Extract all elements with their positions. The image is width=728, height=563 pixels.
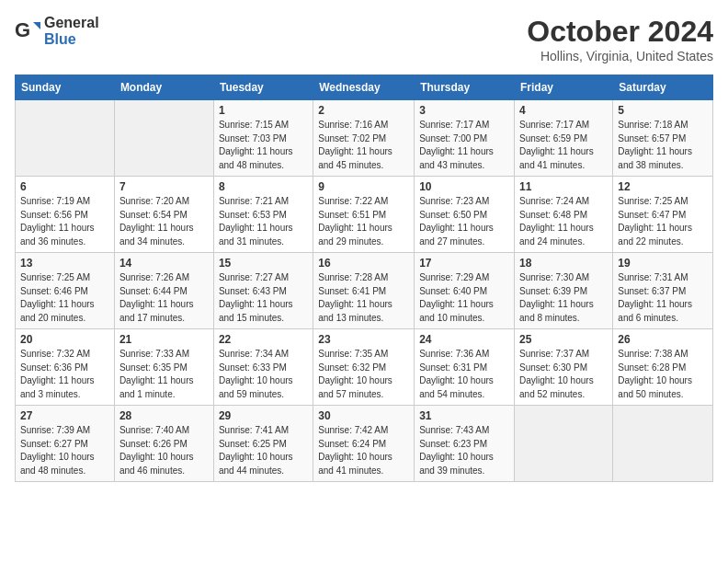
- calendar-cell: 6Sunrise: 7:19 AMSunset: 6:56 PMDaylight…: [16, 177, 115, 253]
- day-number: 31: [419, 409, 509, 422]
- day-info: Sunrise: 7:27 AMSunset: 6:43 PMDaylight:…: [219, 271, 308, 325]
- calendar-title: October 2024: [527, 15, 713, 49]
- day-info: Sunrise: 7:39 AMSunset: 6:27 PMDaylight:…: [20, 424, 109, 477]
- calendar-cell: 29Sunrise: 7:41 AMSunset: 6:25 PMDayligh…: [213, 406, 313, 482]
- weekday-header-thursday: Thursday: [415, 75, 515, 100]
- day-number: 21: [119, 333, 209, 346]
- logo-general: General: [44, 15, 99, 30]
- calendar-cell: 20Sunrise: 7:32 AMSunset: 6:36 PMDayligh…: [16, 329, 115, 406]
- day-number: 9: [318, 180, 409, 193]
- calendar-cell: 7Sunrise: 7:20 AMSunset: 6:54 PMDaylight…: [114, 177, 213, 253]
- day-info: Sunrise: 7:36 AMSunset: 6:31 PMDaylight:…: [419, 348, 509, 401]
- calendar-cell: 14Sunrise: 7:26 AMSunset: 6:44 PMDayligh…: [114, 253, 213, 329]
- day-number: 14: [119, 257, 209, 270]
- day-number: 13: [20, 257, 109, 270]
- svg-marker-1: [33, 22, 40, 29]
- day-number: 23: [318, 333, 409, 346]
- weekday-header-tuesday: Tuesday: [213, 75, 313, 100]
- day-number: 22: [219, 333, 308, 346]
- calendar-cell: 1Sunrise: 7:15 AMSunset: 7:03 PMDaylight…: [213, 100, 313, 177]
- logo-text: General Blue: [44, 15, 99, 48]
- day-number: 18: [519, 257, 608, 270]
- calendar-cell: 17Sunrise: 7:29 AMSunset: 6:40 PMDayligh…: [415, 253, 515, 329]
- calendar-cell: 30Sunrise: 7:42 AMSunset: 6:24 PMDayligh…: [313, 406, 415, 482]
- day-number: 15: [219, 257, 308, 270]
- day-info: Sunrise: 7:34 AMSunset: 6:33 PMDaylight:…: [219, 348, 308, 401]
- calendar-cell: 10Sunrise: 7:23 AMSunset: 6:50 PMDayligh…: [415, 177, 515, 253]
- calendar-cell: 31Sunrise: 7:43 AMSunset: 6:23 PMDayligh…: [415, 406, 515, 482]
- weekday-header-monday: Monday: [114, 75, 213, 100]
- day-info: Sunrise: 7:42 AMSunset: 6:24 PMDaylight:…: [318, 424, 409, 477]
- day-number: 17: [419, 257, 509, 270]
- day-number: 24: [419, 333, 509, 346]
- day-info: Sunrise: 7:17 AMSunset: 6:59 PMDaylight:…: [519, 119, 608, 172]
- calendar-cell: 27Sunrise: 7:39 AMSunset: 6:27 PMDayligh…: [16, 406, 115, 482]
- calendar-week-row: 27Sunrise: 7:39 AMSunset: 6:27 PMDayligh…: [16, 406, 713, 482]
- day-info: Sunrise: 7:25 AMSunset: 6:46 PMDaylight:…: [20, 271, 109, 325]
- day-info: Sunrise: 7:25 AMSunset: 6:47 PMDaylight:…: [618, 195, 708, 248]
- day-info: Sunrise: 7:15 AMSunset: 7:03 PMDaylight:…: [219, 119, 308, 172]
- page-header: G General Blue October 2024 Hollins, Vir…: [15, 15, 713, 63]
- calendar-cell: 16Sunrise: 7:28 AMSunset: 6:41 PMDayligh…: [313, 253, 415, 329]
- calendar-week-row: 1Sunrise: 7:15 AMSunset: 7:03 PMDaylight…: [16, 100, 713, 177]
- day-info: Sunrise: 7:16 AMSunset: 7:02 PMDaylight:…: [318, 119, 409, 172]
- day-number: 19: [618, 257, 708, 270]
- day-number: 28: [119, 409, 209, 422]
- calendar-cell: 15Sunrise: 7:27 AMSunset: 6:43 PMDayligh…: [213, 253, 313, 329]
- day-info: Sunrise: 7:19 AMSunset: 6:56 PMDaylight:…: [20, 195, 109, 248]
- calendar-week-row: 6Sunrise: 7:19 AMSunset: 6:56 PMDaylight…: [16, 177, 713, 253]
- day-number: 6: [20, 180, 109, 193]
- calendar-body: 1Sunrise: 7:15 AMSunset: 7:03 PMDaylight…: [16, 100, 713, 482]
- day-number: 10: [419, 180, 509, 193]
- calendar-cell: [16, 100, 115, 177]
- day-number: 11: [519, 180, 608, 193]
- day-info: Sunrise: 7:26 AMSunset: 6:44 PMDaylight:…: [119, 271, 209, 325]
- day-number: 26: [618, 333, 708, 346]
- day-number: 7: [119, 180, 209, 193]
- day-info: Sunrise: 7:22 AMSunset: 6:51 PMDaylight:…: [318, 195, 409, 248]
- svg-text:G: G: [15, 18, 30, 41]
- calendar-header: SundayMondayTuesdayWednesdayThursdayFrid…: [16, 75, 713, 100]
- calendar-cell: 21Sunrise: 7:33 AMSunset: 6:35 PMDayligh…: [114, 329, 213, 406]
- day-number: 12: [618, 180, 708, 193]
- day-number: 27: [20, 409, 109, 422]
- day-info: Sunrise: 7:37 AMSunset: 6:30 PMDaylight:…: [519, 348, 608, 401]
- day-info: Sunrise: 7:38 AMSunset: 6:28 PMDaylight:…: [618, 348, 708, 401]
- day-number: 29: [219, 409, 308, 422]
- day-number: 4: [519, 104, 608, 117]
- weekday-header-row: SundayMondayTuesdayWednesdayThursdayFrid…: [16, 75, 713, 100]
- calendar-week-row: 13Sunrise: 7:25 AMSunset: 6:46 PMDayligh…: [16, 253, 713, 329]
- day-info: Sunrise: 7:30 AMSunset: 6:39 PMDaylight:…: [519, 271, 608, 325]
- weekday-header-wednesday: Wednesday: [313, 75, 415, 100]
- day-info: Sunrise: 7:32 AMSunset: 6:36 PMDaylight:…: [20, 348, 109, 401]
- day-info: Sunrise: 7:20 AMSunset: 6:54 PMDaylight:…: [119, 195, 209, 248]
- day-info: Sunrise: 7:33 AMSunset: 6:35 PMDaylight:…: [119, 348, 209, 401]
- day-number: 25: [519, 333, 608, 346]
- day-number: 8: [219, 180, 308, 193]
- logo: G General Blue: [15, 15, 99, 48]
- day-info: Sunrise: 7:23 AMSunset: 6:50 PMDaylight:…: [419, 195, 509, 248]
- calendar-cell: [613, 406, 713, 482]
- calendar-cell: 23Sunrise: 7:35 AMSunset: 6:32 PMDayligh…: [313, 329, 415, 406]
- day-number: 16: [318, 257, 409, 270]
- calendar-cell: 22Sunrise: 7:34 AMSunset: 6:33 PMDayligh…: [213, 329, 313, 406]
- day-info: Sunrise: 7:28 AMSunset: 6:41 PMDaylight:…: [318, 271, 409, 325]
- calendar-cell: 24Sunrise: 7:36 AMSunset: 6:31 PMDayligh…: [415, 329, 515, 406]
- calendar-cell: 9Sunrise: 7:22 AMSunset: 6:51 PMDaylight…: [313, 177, 415, 253]
- weekday-header-friday: Friday: [515, 75, 613, 100]
- day-number: 5: [618, 104, 708, 117]
- calendar-table: SundayMondayTuesdayWednesdayThursdayFrid…: [15, 75, 713, 482]
- day-number: 1: [219, 104, 308, 117]
- calendar-cell: 2Sunrise: 7:16 AMSunset: 7:02 PMDaylight…: [313, 100, 415, 177]
- day-info: Sunrise: 7:24 AMSunset: 6:48 PMDaylight:…: [519, 195, 608, 248]
- calendar-cell: [515, 406, 613, 482]
- calendar-cell: 8Sunrise: 7:21 AMSunset: 6:53 PMDaylight…: [213, 177, 313, 253]
- day-info: Sunrise: 7:43 AMSunset: 6:23 PMDaylight:…: [419, 424, 509, 477]
- day-info: Sunrise: 7:41 AMSunset: 6:25 PMDaylight:…: [219, 424, 308, 477]
- calendar-cell: 19Sunrise: 7:31 AMSunset: 6:37 PMDayligh…: [613, 253, 713, 329]
- weekday-header-sunday: Sunday: [16, 75, 115, 100]
- weekday-header-saturday: Saturday: [613, 75, 713, 100]
- logo-icon: G: [15, 18, 40, 44]
- day-info: Sunrise: 7:18 AMSunset: 6:57 PMDaylight:…: [618, 119, 708, 172]
- day-number: 30: [318, 409, 409, 422]
